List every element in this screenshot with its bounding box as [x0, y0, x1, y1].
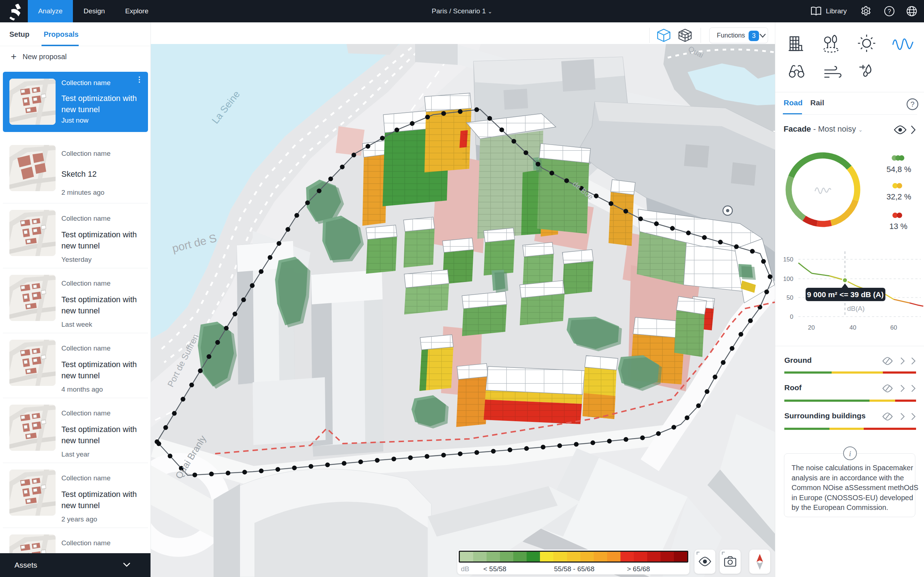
svg-text:20: 20	[808, 324, 815, 331]
svg-text:dB(A): dB(A)	[847, 305, 865, 312]
svg-text:?: ?	[910, 100, 914, 108]
svg-text:50: 50	[787, 294, 793, 301]
svg-text:40: 40	[850, 324, 856, 331]
svg-text:100: 100	[783, 276, 793, 282]
svg-text:?: ?	[888, 8, 891, 15]
svg-text:150: 150	[783, 256, 793, 263]
svg-text:9 000 m² <= 39 dB (A): 9 000 m² <= 39 dB (A)	[807, 290, 884, 298]
svg-text:60: 60	[890, 324, 897, 331]
svg-text:0: 0	[790, 313, 793, 320]
